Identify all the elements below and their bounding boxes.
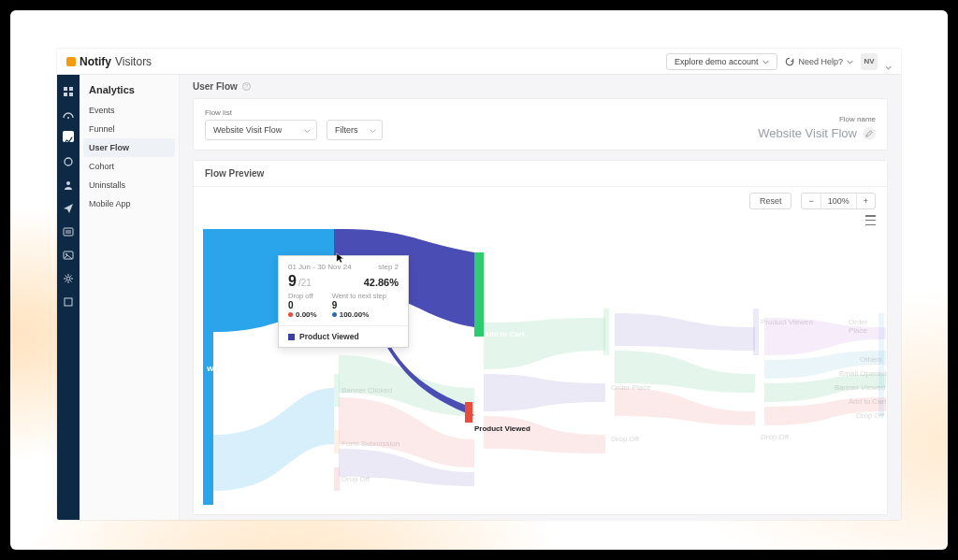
chevron-down-icon — [762, 58, 769, 65]
dot-icon — [288, 312, 293, 317]
svg-point-4 — [67, 117, 69, 119]
sankey-label: Banner Viewed — [835, 383, 885, 392]
svg-rect-0 — [64, 87, 67, 91]
tooltip-dropoff-label: Drop off — [288, 292, 317, 300]
tooltip-legend: Product Viewed — [299, 332, 359, 341]
zoom-value: 100% — [820, 194, 856, 208]
sidebar-item-funnel[interactable]: Funnel — [80, 120, 179, 138]
list-icon[interactable] — [63, 224, 74, 236]
sankey-label: Add to Cart — [849, 397, 886, 406]
svg-rect-3 — [69, 93, 73, 96]
flow-list-select[interactable]: Website Visit Flow — [205, 120, 317, 140]
tooltip-pct: 42.86% — [364, 277, 399, 288]
brand-mark-icon — [66, 57, 76, 66]
reset-button[interactable]: Reset — [749, 193, 792, 209]
main-content: User Flow ? Flow list Website Visit Flow… — [180, 75, 901, 520]
help-icon[interactable]: ? — [242, 82, 251, 91]
sankey-label: Order Place — [849, 318, 887, 335]
dashboard-icon[interactable] — [63, 84, 74, 95]
image-icon[interactable] — [63, 248, 74, 259]
flow-name-label: Flow name — [758, 115, 876, 123]
sankey-label: Others — [860, 355, 882, 364]
tooltip-step: step 2 — [378, 263, 399, 271]
zoom-in-button[interactable]: + — [856, 194, 875, 208]
analytics-sidebar: Analytics Events Funnel User Flow Cohort… — [80, 75, 180, 520]
sankey-label: Order Place — [611, 383, 651, 392]
archive-icon[interactable] — [63, 294, 74, 306]
help-dropdown[interactable]: Need Help? — [785, 57, 853, 66]
tooltip-next-val: 9 — [332, 300, 386, 310]
tooltip-dropoff-pct: 0.00% — [296, 310, 317, 319]
explore-demo-button[interactable]: Explore demo account — [666, 53, 778, 70]
sankey-label: Drop Off — [341, 475, 370, 483]
zoom-control: − 100% + — [801, 193, 876, 209]
tooltip-count: 9 — [288, 273, 297, 290]
svg-point-6 — [66, 181, 70, 185]
svg-rect-11 — [65, 298, 72, 306]
chevron-down-icon[interactable] — [885, 58, 892, 65]
sankey-label: Drop Off — [856, 411, 884, 420]
tooltip-range: 01 Jun - 30 Nov 24 — [288, 263, 352, 271]
sankey-chart[interactable]: Website Visit Add to Cart — [194, 229, 887, 514]
svg-rect-2 — [64, 93, 67, 96]
brand-thin: Visitors — [115, 55, 152, 68]
campaign-icon[interactable] — [63, 154, 74, 165]
tooltip-total: /21 — [298, 278, 312, 288]
sankey-label: Email Opened — [839, 369, 887, 378]
flow-name-value: Website Visit Flow — [758, 126, 857, 140]
chart-menu-icon[interactable] — [865, 215, 876, 225]
page-title: User Flow — [193, 81, 238, 92]
legend-swatch-icon — [288, 334, 295, 340]
avatar[interactable]: NV — [861, 53, 878, 70]
sidebar-item-events[interactable]: Events — [80, 101, 179, 120]
app-window: NotifyVisitors Explore demo account Need… — [57, 49, 901, 520]
sidebar-item-mobile-app[interactable]: Mobile App — [80, 194, 179, 213]
svg-rect-7 — [64, 228, 73, 236]
sidebar-item-user-flow[interactable]: User Flow — [83, 138, 175, 157]
svg-point-5 — [65, 158, 72, 165]
flow-list-label: Flow list — [205, 108, 317, 117]
sankey-label-add-to-cart: Add to Cart — [484, 330, 525, 338]
filters-select[interactable]: Filters — [327, 120, 383, 140]
help-label: Need Help? — [798, 57, 843, 66]
tooltip-next-label: Went to next step — [332, 292, 386, 300]
sankey-node-product-viewed-step3[interactable] — [465, 402, 472, 423]
sankey-label: Product Viewed — [761, 318, 813, 326]
filters-label: Filters — [335, 125, 358, 135]
gauge-icon[interactable] — [63, 108, 74, 119]
zoom-out-button[interactable]: − — [802, 194, 820, 208]
chevron-down-icon — [370, 127, 376, 134]
flow-preview-title: Flow Preview — [194, 161, 887, 187]
users-icon[interactable] — [63, 178, 74, 189]
explore-demo-label: Explore demo account — [675, 57, 759, 66]
tooltip-next-pct: 100.00% — [340, 310, 370, 319]
tooltip-dropoff-val: 0 — [288, 300, 317, 310]
gear-icon[interactable] — [63, 271, 74, 282]
nav-rail — [57, 75, 80, 520]
chevron-down-icon — [847, 58, 853, 65]
svg-rect-1 — [69, 87, 73, 91]
sankey-tooltip: 01 Jun - 30 Nov 24 step 2 9/21 42.86% Dr… — [278, 255, 409, 348]
topbar: NotifyVisitors Explore demo account Need… — [57, 49, 901, 75]
page-header: User Flow ? — [180, 75, 901, 98]
brand-bold: Notify — [80, 55, 111, 68]
send-icon[interactable] — [63, 201, 74, 212]
brand-logo[interactable]: NotifyVisitors — [66, 55, 152, 68]
sankey-label-product-viewed: Product Viewed — [474, 424, 530, 433]
sidebar-title: Analytics — [80, 82, 179, 101]
dot-icon — [332, 312, 337, 317]
sankey-label: Form Submission — [341, 439, 399, 448]
refresh-icon — [785, 57, 794, 66]
chevron-down-icon — [304, 127, 311, 134]
sankey-node-add-to-cart[interactable] — [474, 252, 484, 337]
sidebar-item-cohort[interactable]: Cohort — [80, 157, 179, 176]
sankey-label: Drop Off — [761, 433, 789, 441]
flow-list-value: Website Visit Flow — [213, 125, 282, 135]
sidebar-item-uninstalls[interactable]: Uninstalls — [80, 176, 179, 194]
edit-button[interactable] — [863, 127, 876, 140]
preview-toolbar: Reset − 100% + — [194, 187, 887, 215]
sankey-label: Drop Off — [611, 435, 639, 443]
svg-point-10 — [66, 277, 70, 280]
analytics-icon[interactable] — [63, 131, 74, 142]
cursor-icon — [336, 251, 345, 262]
